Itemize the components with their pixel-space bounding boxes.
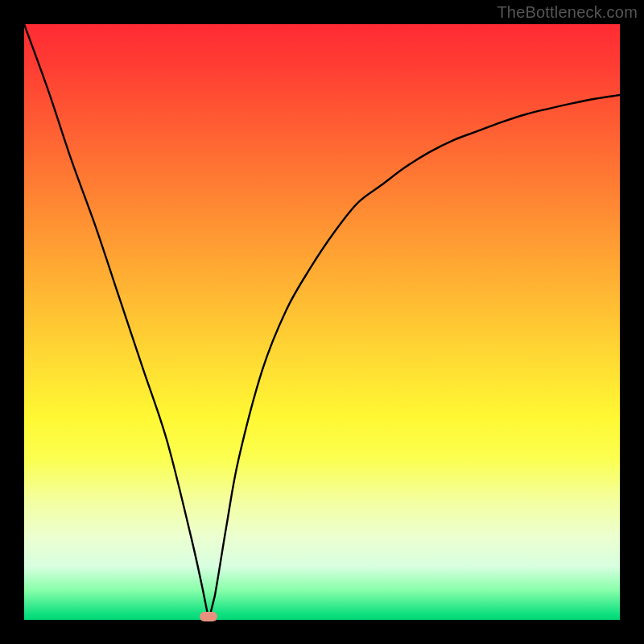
chart-frame: TheBottleneck.com (0, 0, 644, 644)
bottleneck-curve (24, 24, 620, 620)
plot-area (24, 24, 620, 620)
watermark-text: TheBottleneck.com (497, 3, 638, 22)
optimal-point-marker (200, 612, 217, 621)
